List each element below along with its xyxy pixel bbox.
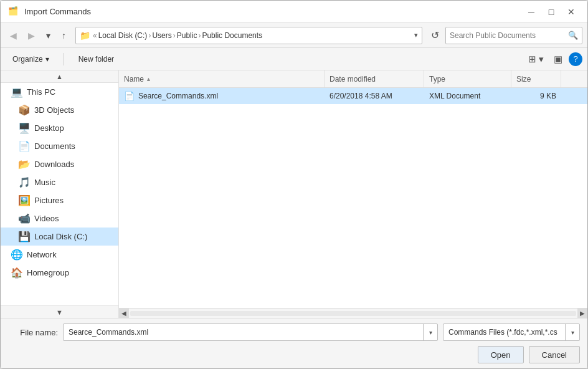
network-icon: 🌐 xyxy=(11,249,23,261)
toolbar-right: ⊞ ▾ ▣ ? xyxy=(524,51,582,67)
toolbar-separator xyxy=(64,53,64,65)
local-disk-icon: 💾 xyxy=(18,231,31,242)
col-size-label: Size xyxy=(516,75,531,84)
refresh-button[interactable]: ↺ xyxy=(427,27,443,43)
organize-button[interactable]: Organize ▾ xyxy=(6,52,56,67)
3d-objects-icon: 📦 xyxy=(18,104,31,116)
action-row: Open Cancel xyxy=(8,346,580,363)
filetype-select[interactable]: Commands Files (*.fdc,*.xml,*.cs All Fil… xyxy=(443,323,580,341)
file-size-text: 9 KB xyxy=(540,92,556,100)
view-button[interactable]: ⊞ ▾ xyxy=(524,51,548,67)
address-folder-icon: 📁 xyxy=(80,31,90,41)
sidebar-item-desktop[interactable]: 🖥️ Desktop xyxy=(1,119,118,137)
pictures-icon: 🖼️ xyxy=(18,194,31,206)
file-name-cell: 📄 Searce_Commands.xml xyxy=(119,88,325,104)
sidebar-item-label-downloads: Downloads xyxy=(34,160,74,169)
preview-pane-button[interactable]: ▣ xyxy=(550,51,566,67)
sort-arrow-icon: ▲ xyxy=(146,76,151,82)
breadcrumb-public[interactable]: Public xyxy=(177,31,197,40)
sidebar-item-label-3d-objects: 3D Objects xyxy=(34,105,74,115)
sidebar-item-label-documents: Documents xyxy=(34,141,75,151)
filetype-select-wrap: Commands Files (*.fdc,*.xml,*.cs All Fil… xyxy=(443,323,580,341)
sidebar-item-label-desktop: Desktop xyxy=(34,123,64,133)
hscroll-right-button[interactable]: ▶ xyxy=(577,309,587,319)
file-name-text: Searce_Commands.xml xyxy=(138,92,218,100)
sidebar-item-videos[interactable]: 📹 Videos xyxy=(1,209,118,228)
navigation-bar: ◀ ▶ ▾ ↑ 📁 « Local Disk (C:) › Users › Pu… xyxy=(1,23,587,48)
desktop-icon: 🖥️ xyxy=(18,122,31,134)
sidebar-item-label-homegroup: Homegroup xyxy=(27,268,69,277)
forward-button[interactable]: ▶ xyxy=(24,27,39,44)
new-folder-button[interactable]: New folder xyxy=(72,52,121,67)
maximize-button[interactable]: □ xyxy=(543,6,560,18)
breadcrumb-local-disk[interactable]: Local Disk (C:) xyxy=(98,31,148,40)
address-dropdown-button[interactable]: ▾ xyxy=(414,31,418,39)
breadcrumb-arrow-1: › xyxy=(148,31,151,40)
filename-dropdown-button[interactable]: ▾ xyxy=(423,323,438,341)
breadcrumb: « Local Disk (C:) › Users › Public › Pub… xyxy=(93,31,412,40)
file-type-cell: XML Document xyxy=(424,88,511,104)
sidebar-item-this-pc[interactable]: 💻 This PC xyxy=(1,83,118,101)
col-type-label: Type xyxy=(429,75,445,84)
file-date-text: 6/20/2018 4:58 AM xyxy=(330,92,392,100)
back-button[interactable]: ◀ xyxy=(6,27,21,44)
sidebar-scroll-down-button[interactable]: ▼ xyxy=(1,305,118,318)
sidebar-item-label-videos: Videos xyxy=(34,214,59,223)
column-header-name[interactable]: Name ▲ xyxy=(119,70,325,87)
search-icon: 🔍 xyxy=(568,31,578,40)
filename-row: File name: ▾ Commands Files (*.fdc,*.xml… xyxy=(8,323,580,341)
filename-input-wrap: ▾ xyxy=(63,323,438,341)
close-button[interactable]: ✕ xyxy=(562,6,580,18)
minimize-button[interactable]: ─ xyxy=(523,6,540,18)
open-button[interactable]: Open xyxy=(478,346,524,363)
import-commands-dialog: 🗂️ Import Commands ─ □ ✕ ◀ ▶ ▾ ↑ 📁 « Loc… xyxy=(0,0,588,369)
horizontal-scrollbar: ◀ ▶ xyxy=(119,308,587,318)
help-button[interactable]: ? xyxy=(569,52,582,66)
column-header-date[interactable]: Date modified xyxy=(325,70,424,87)
hscroll-track xyxy=(130,311,576,316)
sidebar-item-network[interactable]: 🌐 Network xyxy=(1,246,118,264)
toolbar: Organize ▾ New folder ⊞ ▾ ▣ ? xyxy=(1,48,587,70)
sidebar-item-label-network: Network xyxy=(27,250,57,259)
dialog-title: Import Commands xyxy=(24,7,523,16)
sidebar-item-homegroup[interactable]: 🏠 Homegroup xyxy=(1,264,118,282)
search-input[interactable] xyxy=(450,31,568,40)
filename-input[interactable] xyxy=(63,323,438,341)
hscroll-left-button[interactable]: ◀ xyxy=(119,309,129,319)
sidebar-scroll-up-button[interactable]: ▲ xyxy=(1,70,118,83)
videos-icon: 📹 xyxy=(18,213,31,224)
recent-locations-button[interactable]: ▾ xyxy=(42,27,55,44)
table-row[interactable]: 📄 Searce_Commands.xml 6/20/2018 4:58 AM … xyxy=(119,88,587,104)
sidebar-item-pictures[interactable]: 🖼️ Pictures xyxy=(1,191,118,209)
col-name-label: Name xyxy=(124,75,144,84)
sidebar-item-local-disk[interactable]: 💾 Local Disk (C:) xyxy=(1,228,118,246)
breadcrumb-public-documents[interactable]: Public Documents xyxy=(202,31,262,40)
up-button[interactable]: ↑ xyxy=(57,27,70,44)
main-content: ▲ 💻 This PC 📦 3D Objects 🖥️ Desktop 📄 Do… xyxy=(1,70,587,318)
column-header-type[interactable]: Type xyxy=(424,70,511,87)
sidebar-item-label-local-disk: Local Disk (C:) xyxy=(34,232,87,241)
breadcrumb-users[interactable]: Users xyxy=(152,31,171,40)
downloads-icon: 📂 xyxy=(18,158,31,170)
bottom-area: File name: ▾ Commands Files (*.fdc,*.xml… xyxy=(1,318,587,368)
sidebar-item-label-this-pc: This PC xyxy=(27,87,55,97)
breadcrumb-sep: « xyxy=(93,31,97,40)
sidebar: ▲ 💻 This PC 📦 3D Objects 🖥️ Desktop 📄 Do… xyxy=(1,70,119,318)
col-date-label: Date modified xyxy=(330,75,376,84)
column-header-size[interactable]: Size xyxy=(511,70,561,87)
title-bar: 🗂️ Import Commands ─ □ ✕ xyxy=(1,1,587,23)
file-type-text: XML Document xyxy=(429,92,480,100)
file-icon: 📄 xyxy=(124,91,135,101)
breadcrumb-arrow-2: › xyxy=(173,31,176,40)
sidebar-item-downloads[interactable]: 📂 Downloads xyxy=(1,155,118,173)
dialog-icon: 🗂️ xyxy=(8,6,19,17)
sidebar-item-3d-objects[interactable]: 📦 3D Objects xyxy=(1,101,118,119)
address-bar[interactable]: 📁 « Local Disk (C:) › Users › Public › P… xyxy=(75,27,422,44)
sidebar-item-documents[interactable]: 📄 Documents xyxy=(1,137,118,155)
documents-icon: 📄 xyxy=(18,140,31,152)
cancel-button[interactable]: Cancel xyxy=(529,346,580,363)
file-list-header: Name ▲ Date modified Type Size xyxy=(119,70,587,88)
sidebar-item-music[interactable]: 🎵 Music xyxy=(1,173,118,191)
search-bar[interactable]: 🔍 xyxy=(445,27,582,44)
sidebar-item-label-pictures: Pictures xyxy=(34,196,64,205)
